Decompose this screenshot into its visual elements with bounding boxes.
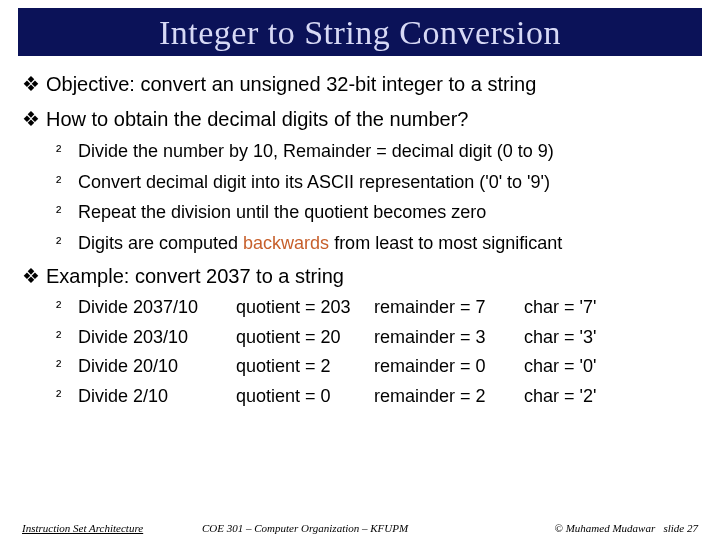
- bullet-how: ❖ How to obtain the decimal digits of th…: [22, 107, 698, 132]
- bullet-text: Objective: convert an unsigned 32-bit in…: [46, 72, 698, 97]
- col-remainder: remainder = 3: [374, 326, 524, 349]
- sub-bullet-emph: ² Digits are computed backwards from lea…: [56, 232, 698, 255]
- col-remainder: remainder = 2: [374, 385, 524, 408]
- bullet-example: ❖ Example: convert 2037 to a string: [22, 264, 698, 289]
- footer-left: Instruction Set Architecture: [22, 522, 202, 534]
- slide-content: ❖ Objective: convert an unsigned 32-bit …: [0, 56, 720, 407]
- emph-word: backwards: [243, 233, 329, 253]
- sub-bullet: ² Convert decimal digit into its ASCII r…: [56, 171, 698, 194]
- col-divide: Divide 203/10: [78, 326, 236, 349]
- col-remainder: remainder = 7: [374, 296, 524, 319]
- col-remainder: remainder = 0: [374, 355, 524, 378]
- sub-bullet-icon: ²: [56, 202, 78, 222]
- footer-right: © Muhamed Mudawar slide 27: [488, 522, 698, 534]
- col-char: char = '7': [524, 296, 698, 319]
- text-post: from least to most significant: [329, 233, 562, 253]
- sub-bullet: ² Divide the number by 10, Remainder = d…: [56, 140, 698, 163]
- footer-center: COE 301 – Computer Organization – KFUPM: [202, 522, 488, 534]
- text-pre: Digits are computed: [78, 233, 243, 253]
- col-divide: Divide 2037/10: [78, 296, 236, 319]
- footer-author: © Muhamed Mudawar: [555, 522, 656, 534]
- diamond-bullet-icon: ❖: [22, 107, 46, 132]
- title-bar: Integer to String Conversion: [18, 8, 702, 56]
- sub-bullet-text: Divide the number by 10, Remainder = dec…: [78, 140, 698, 163]
- diamond-bullet-icon: ❖: [22, 72, 46, 97]
- bullet-text: How to obtain the decimal digits of the …: [46, 107, 698, 132]
- sub-bullet-text: Repeat the division until the quotient b…: [78, 201, 698, 224]
- col-quotient: quotient = 0: [236, 385, 374, 408]
- col-divide: Divide 2/10: [78, 385, 236, 408]
- col-quotient: quotient = 2: [236, 355, 374, 378]
- slide-title: Integer to String Conversion: [22, 14, 698, 52]
- col-quotient: quotient = 203: [236, 296, 374, 319]
- col-char: char = '2': [524, 385, 698, 408]
- bullet-text: Example: convert 2037 to a string: [46, 264, 698, 289]
- sub-bullet-icon: ²: [56, 386, 78, 406]
- sub-bullet: ² Repeat the division until the quotient…: [56, 201, 698, 224]
- sub-bullet-icon: ²: [56, 327, 78, 347]
- example-row: ² Divide 203/10 quotient = 20 remainder …: [56, 326, 698, 349]
- sub-bullet-icon: ²: [56, 172, 78, 192]
- example-row: ² Divide 2037/10 quotient = 203 remainde…: [56, 296, 698, 319]
- example-row: ² Divide 2/10 quotient = 0 remainder = 2…: [56, 385, 698, 408]
- sub-bullet-icon: ²: [56, 233, 78, 253]
- sub-bullet-text: Digits are computed backwards from least…: [78, 232, 698, 255]
- footer-slide-number: slide 27: [663, 522, 698, 534]
- col-divide: Divide 20/10: [78, 355, 236, 378]
- sub-bullet-icon: ²: [56, 297, 78, 317]
- col-char: char = '0': [524, 355, 698, 378]
- example-row: ² Divide 20/10 quotient = 2 remainder = …: [56, 355, 698, 378]
- col-char: char = '3': [524, 326, 698, 349]
- sub-bullet-icon: ²: [56, 356, 78, 376]
- col-quotient: quotient = 20: [236, 326, 374, 349]
- bullet-objective: ❖ Objective: convert an unsigned 32-bit …: [22, 72, 698, 97]
- sub-bullet-icon: ²: [56, 141, 78, 161]
- sub-bullet-text: Convert decimal digit into its ASCII rep…: [78, 171, 698, 194]
- slide-footer: Instruction Set Architecture COE 301 – C…: [0, 522, 720, 534]
- diamond-bullet-icon: ❖: [22, 264, 46, 289]
